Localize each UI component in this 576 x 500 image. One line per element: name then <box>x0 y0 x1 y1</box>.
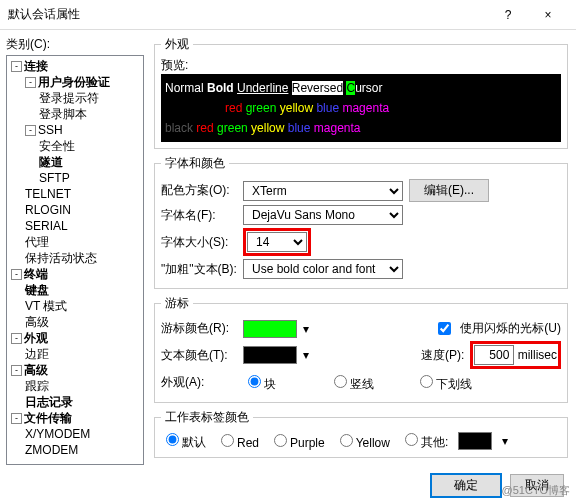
tree-item[interactable]: SFTP <box>39 170 141 186</box>
tree-label: 日志记录 <box>25 395 73 409</box>
tree-label: 登录提示符 <box>39 91 99 105</box>
blink-label: 使用闪烁的光标(U) <box>460 320 561 337</box>
look-opt-block[interactable]: 块 <box>243 372 319 393</box>
tree-item[interactable]: 保持活动状态 <box>25 250 141 266</box>
tab-opt-red[interactable]: Red <box>216 431 259 450</box>
tree-item[interactable]: -连接-用户身份验证登录提示符登录脚本-SSH安全性隧道SFTPTELNETRL… <box>11 58 141 266</box>
tree-item[interactable]: SERIAL <box>25 218 141 234</box>
tab-radios: 默认 Red Purple Yellow 其他: ▾ <box>161 430 561 451</box>
look-label: 外观(A): <box>161 374 237 391</box>
tree-label: 键盘 <box>25 283 49 297</box>
tree-item[interactable]: 隧道 <box>39 154 141 170</box>
appearance-group: 外观 预览: Normal Bold Underline Reversed Cu… <box>154 36 568 149</box>
preview-line3: black red green yellow blue magenta <box>165 118 557 138</box>
cursor-legend: 游标 <box>161 295 193 312</box>
help-button[interactable]: ? <box>488 0 528 30</box>
tree-item[interactable]: -外观边距 <box>11 330 141 362</box>
tree-label: 高级 <box>24 363 48 377</box>
tab-opt-purple[interactable]: Purple <box>269 431 325 450</box>
tree-item[interactable]: 边距 <box>25 346 141 362</box>
blink-checkbox[interactable] <box>438 322 451 335</box>
scheme-label: 配色方案(O): <box>161 182 237 199</box>
appearance-legend: 外观 <box>161 36 193 53</box>
tree-label: 安全性 <box>39 139 75 153</box>
window-title: 默认会话属性 <box>8 6 488 23</box>
tree-item[interactable]: RLOGIN <box>25 202 141 218</box>
tree-item[interactable]: 安全性 <box>39 138 141 154</box>
tree-item[interactable]: X/YMODEM <box>25 426 141 442</box>
look-opt-vline[interactable]: 竖线 <box>329 372 405 393</box>
text-color-swatch[interactable] <box>243 346 297 364</box>
tree-label: TELNET <box>25 187 71 201</box>
tree-item[interactable]: -SSH安全性隧道SFTP <box>25 122 141 186</box>
titlebar: 默认会话属性 ? × <box>0 0 576 30</box>
tree-label: VT 模式 <box>25 299 67 313</box>
scheme-select[interactable]: XTerm <box>243 181 403 201</box>
tree-toggle-icon[interactable]: - <box>11 269 22 280</box>
tree-item[interactable]: -文件传输X/YMODEMZMODEM <box>11 410 141 458</box>
look-opt-underline[interactable]: 下划线 <box>415 372 491 393</box>
tree-item[interactable]: 代理 <box>25 234 141 250</box>
edit-button[interactable]: 编辑(E)... <box>409 179 489 202</box>
close-button[interactable]: × <box>528 0 568 30</box>
pv-reversed: Reversed <box>292 81 343 95</box>
tree-label: 外观 <box>24 331 48 345</box>
preview-label: 预览: <box>161 57 561 74</box>
ok-button[interactable]: 确定 <box>430 473 502 498</box>
speed-highlight: millisec <box>470 341 561 369</box>
tree-item[interactable]: VT 模式 <box>25 298 141 314</box>
pv-cursor-rest: ursor <box>355 81 382 95</box>
cursor-group: 游标 游标颜色(R): ▾ 使用闪烁的光标(U) 文本颜色(T): ▾ 速度(P… <box>154 295 568 403</box>
tree-item[interactable]: 登录提示符 <box>39 90 141 106</box>
tree-toggle-icon[interactable]: - <box>25 125 36 136</box>
tree-label: 代理 <box>25 235 49 249</box>
tab-color-group: 工作表标签颜色 默认 Red Purple Yellow 其他: ▾ <box>154 409 568 458</box>
tree-item[interactable]: 日志记录 <box>25 394 141 410</box>
tree-item[interactable]: ZMODEM <box>25 442 141 458</box>
tree-toggle-icon[interactable]: - <box>11 365 22 376</box>
preview-box: Normal Bold Underline Reversed Cursor re… <box>161 74 561 142</box>
tree-item[interactable]: 高级 <box>25 314 141 330</box>
tree-toggle-icon[interactable]: - <box>11 333 22 344</box>
bold-select[interactable]: Use bold color and font <box>243 259 403 279</box>
tree-label: 连接 <box>24 59 48 73</box>
font-size-label: 字体大小(S): <box>161 234 237 251</box>
tree-label: SFTP <box>39 171 70 185</box>
tree-item[interactable]: 键盘 <box>25 282 141 298</box>
tree-toggle-icon[interactable]: - <box>25 77 36 88</box>
speed-input[interactable] <box>474 345 514 365</box>
tab-opt-other[interactable]: 其他: <box>400 430 448 451</box>
tree-item[interactable]: -终端键盘VT 模式高级 <box>11 266 141 330</box>
tree-toggle-icon[interactable]: - <box>11 61 22 72</box>
tree-label: RLOGIN <box>25 203 71 217</box>
tree-item[interactable]: -高级跟踪日志记录 <box>11 362 141 410</box>
font-name-label: 字体名(F): <box>161 207 237 224</box>
tree-label: 终端 <box>24 267 48 281</box>
pv-cursor: C <box>346 81 355 95</box>
tree-label: 隧道 <box>39 155 63 169</box>
tree-label: 高级 <box>25 315 49 329</box>
tree-label: 文件传输 <box>24 411 72 425</box>
font-size-select[interactable]: 14 <box>247 232 307 252</box>
tree-item[interactable]: 登录脚本 <box>39 106 141 122</box>
tree-item[interactable]: TELNET <box>25 186 141 202</box>
cursor-color-swatch[interactable] <box>243 320 297 338</box>
pv-bold: Bold <box>207 81 234 95</box>
tree-label: 边距 <box>25 347 49 361</box>
tab-legend: 工作表标签颜色 <box>161 409 253 426</box>
other-color-swatch[interactable] <box>458 432 492 450</box>
tree-label: X/YMODEM <box>25 427 90 441</box>
speed-unit: millisec <box>518 348 557 362</box>
tab-opt-default[interactable]: 默认 <box>161 430 206 451</box>
font-select[interactable]: DejaVu Sans Mono <box>243 205 403 225</box>
tree-label: SERIAL <box>25 219 68 233</box>
tree-item[interactable]: -用户身份验证登录提示符登录脚本 <box>25 74 141 122</box>
tree-item[interactable]: 跟踪 <box>25 378 141 394</box>
font-legend: 字体和颜色 <box>161 155 229 172</box>
category-label: 类别(C): <box>6 36 144 53</box>
bold-label: "加粗"文本(B): <box>161 261 237 278</box>
text-color-label: 文本颜色(T): <box>161 347 237 364</box>
tree-toggle-icon[interactable]: - <box>11 413 22 424</box>
tab-opt-yellow[interactable]: Yellow <box>335 431 390 450</box>
category-tree[interactable]: -连接-用户身份验证登录提示符登录脚本-SSH安全性隧道SFTPTELNETRL… <box>6 55 144 465</box>
